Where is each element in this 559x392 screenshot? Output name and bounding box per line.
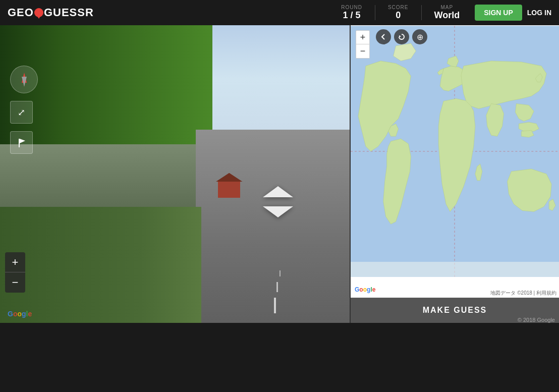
bottom-copyright: © 2018 Google xyxy=(518,317,555,323)
zoom-out-button[interactable]: − xyxy=(5,272,25,293)
map-label: MAP xyxy=(434,5,460,10)
map-zoom-controls: + − xyxy=(356,30,370,59)
score-value: 0 xyxy=(388,10,409,21)
road-center-2 xyxy=(276,282,278,292)
round-value: 1 / 5 xyxy=(341,10,362,21)
arrow-left-icon xyxy=(379,33,387,41)
house xyxy=(218,180,240,198)
google-logo-map: Google xyxy=(355,285,380,295)
compass-south xyxy=(22,77,27,87)
map-stat: MAP World xyxy=(434,5,460,21)
zoom-controls: + − xyxy=(5,252,25,293)
signup-button[interactable]: SIGN UP xyxy=(475,5,522,21)
svg-text:Google: Google xyxy=(355,286,376,293)
refresh-icon xyxy=(398,33,406,41)
map-expand-button[interactable]: ⊕ xyxy=(412,29,427,44)
logo-text2: GUESSR xyxy=(44,6,94,19)
map-back-button[interactable] xyxy=(376,29,391,44)
google-logo-streetview: Google xyxy=(8,310,32,318)
svg-marker-1 xyxy=(20,139,25,143)
expand-icon: ⤢ xyxy=(18,107,25,118)
round-label: ROUND xyxy=(341,5,362,10)
divider-2 xyxy=(421,5,422,20)
divider-1 xyxy=(375,5,375,20)
map-top-controls: ⊕ xyxy=(376,29,427,44)
compass[interactable] xyxy=(10,66,38,93)
nav-arrow-down[interactable] xyxy=(263,206,293,219)
header: GEO GUESSR ROUND 1 / 5 SCORE 0 MAP World… xyxy=(0,0,559,25)
score-stat: SCORE 0 xyxy=(388,5,409,21)
score-label: SCORE xyxy=(388,5,409,10)
map-attribution: 地図データ ©2018 | 利用規約 xyxy=(490,290,556,297)
logo-pin-icon xyxy=(37,16,41,19)
logo-o-icon xyxy=(34,8,43,17)
flag-button[interactable] xyxy=(10,131,33,154)
map-zoom-out-button[interactable]: − xyxy=(356,44,370,59)
map-panel[interactable]: ⊕ + − xyxy=(350,25,559,323)
zoom-in-button[interactable]: + xyxy=(5,252,25,272)
map-value: World xyxy=(434,10,460,21)
svg-marker-2 xyxy=(399,35,401,37)
world-map[interactable] xyxy=(351,25,559,277)
nav-arrow-up[interactable] xyxy=(263,185,293,197)
bottom-bar xyxy=(0,323,559,392)
map-zoom-in-button[interactable]: + xyxy=(356,30,370,44)
compass-inner xyxy=(17,73,31,87)
logo[interactable]: GEO GUESSR xyxy=(8,6,94,19)
expand-button[interactable]: ⤢ xyxy=(10,101,33,124)
login-button[interactable]: LOG IN xyxy=(527,9,551,17)
google-logo-svg: Google xyxy=(355,285,380,293)
road-center-3 xyxy=(280,270,281,276)
map-refresh-button[interactable] xyxy=(394,29,409,44)
nav-arrows[interactable] xyxy=(263,185,293,219)
logo-text: GEO xyxy=(8,6,34,19)
svg-rect-0 xyxy=(19,139,20,147)
verge-left xyxy=(0,207,201,323)
road-center-1 xyxy=(274,298,276,313)
world-map-svg[interactable] xyxy=(351,25,559,277)
flag-icon xyxy=(16,137,27,148)
round-stat: ROUND 1 / 5 xyxy=(341,5,362,21)
